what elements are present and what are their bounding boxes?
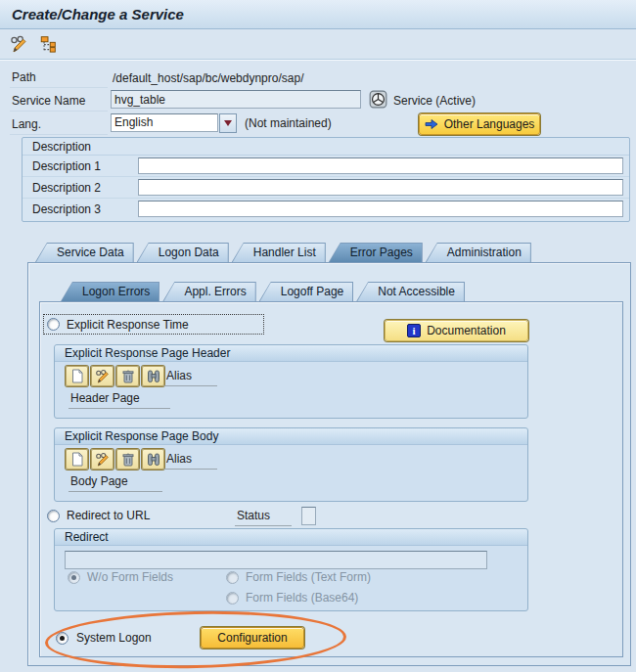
path-value: /default_host/sap/bc/webdynpro/sap/: [113, 71, 303, 85]
description-1-input[interactable]: [138, 157, 623, 174]
form-fields-base64-option[interactable]: Form Fields (Base64): [226, 591, 358, 605]
redirect-group-title: Redirect: [55, 529, 527, 546]
configuration-button[interactable]: Configuration: [201, 627, 304, 649]
system-logon-radio[interactable]: [56, 632, 68, 645]
other-languages-button[interactable]: Other Languages: [419, 113, 540, 135]
header-alias-field[interactable]: Alias: [164, 369, 217, 386]
description-2-label: Description 2: [32, 181, 101, 195]
change-icon[interactable]: [91, 366, 114, 386]
documentation-label: Documentation: [427, 324, 506, 337]
page-body-toolbar: [66, 449, 167, 470]
path-label: Path: [10, 68, 108, 88]
create-icon[interactable]: [66, 366, 88, 386]
documentation-button[interactable]: i Documentation: [385, 320, 528, 341]
display-change-icon[interactable]: [9, 34, 28, 54]
description-1-label: Description 1: [32, 159, 101, 173]
description-2-input[interactable]: [138, 179, 623, 196]
status-label: Status: [235, 509, 292, 526]
configuration-label: Configuration: [217, 631, 287, 645]
description-group: Description Description 1 Description 2 …: [22, 137, 630, 222]
arrow-right-icon: [425, 118, 438, 130]
info-icon: i: [407, 324, 421, 337]
description-3-label: Description 3: [32, 202, 101, 216]
language-note: (Not maintained): [245, 116, 332, 130]
svg-text:i: i: [413, 325, 416, 336]
redirect-to-url-option[interactable]: Redirect to URL: [47, 509, 150, 522]
subtab-appl-errors[interactable]: Appl. Errors: [162, 282, 255, 301]
explicit-response-time-radio[interactable]: [47, 318, 60, 331]
chevron-down-icon: [224, 120, 232, 126]
wo-form-fields-radio[interactable]: [68, 571, 80, 584]
language-dropdown-button[interactable]: [219, 113, 237, 133]
header-page-field[interactable]: Header Page: [68, 391, 170, 409]
form-fields-base64-radio[interactable]: [226, 592, 239, 605]
explicit-response-time-label: Explicit Response Time: [67, 318, 189, 332]
delete-icon[interactable]: [116, 366, 139, 386]
other-languages-label: Other Languages: [444, 117, 535, 131]
form-fields-text-radio[interactable]: [226, 571, 239, 584]
subtab-not-accessible[interactable]: Not Accessible: [356, 282, 465, 301]
create-icon[interactable]: [66, 449, 88, 470]
create-change-service-window: Create/Change a Service Path /de: [0, 0, 636, 672]
redirect-to-url-label: Redirect to URL: [67, 509, 150, 522]
hierarchy-icon[interactable]: [38, 34, 58, 54]
body-alias-field[interactable]: Alias: [164, 452, 217, 470]
title-bar: Create/Change a Service: [0, 0, 636, 29]
form-fields-base64-label: Form Fields (Base64): [246, 591, 358, 605]
subtab-logoff-page[interactable]: Logoff Page: [259, 282, 354, 301]
find-icon[interactable]: [142, 449, 164, 470]
service-status-text: Service (Active): [393, 94, 476, 108]
subtab-logon-errors[interactable]: Logon Errors: [61, 282, 159, 301]
redirect-to-url-radio[interactable]: [47, 510, 60, 522]
find-icon[interactable]: [142, 366, 164, 386]
delete-icon[interactable]: [116, 449, 139, 470]
redirect-url-input[interactable]: [65, 551, 487, 569]
page-title: Create/Change a Service: [12, 6, 184, 22]
service-name-label: Service Name: [10, 92, 108, 112]
service-name-input[interactable]: [111, 90, 361, 109]
description-group-header: Description: [23, 138, 629, 156]
wo-form-fields-option[interactable]: W/o Form Fields: [68, 570, 173, 584]
system-logon-label: System Logon: [76, 631, 152, 645]
error-pages-sub-tab-strip: Logon Errors Appl. Errors Logoff Page No…: [61, 282, 468, 301]
status-input[interactable]: [301, 507, 316, 525]
tab-service-data[interactable]: Service Data: [35, 243, 134, 262]
application-toolbar: [0, 29, 636, 60]
change-icon[interactable]: [91, 449, 114, 470]
form-fields-text-option[interactable]: Form Fields (Text Form): [226, 570, 371, 584]
system-logon-option[interactable]: System Logon: [56, 631, 152, 645]
tab-administration[interactable]: Administration: [426, 243, 531, 262]
main-tab-strip: Service Data Logon Data Handler List Err…: [35, 243, 534, 262]
tab-handler-list[interactable]: Handler List: [232, 243, 326, 262]
description-3-input[interactable]: [138, 201, 623, 217]
page-body-group-title: Explicit Response Page Body: [55, 428, 527, 445]
tab-error-pages[interactable]: Error Pages: [329, 243, 423, 262]
service-icon: [369, 90, 387, 112]
page-header-toolbar: [66, 366, 167, 386]
language-label: Lang.: [10, 115, 108, 135]
language-select[interactable]: English: [111, 113, 218, 132]
wo-form-fields-label: W/o Form Fields: [87, 570, 173, 584]
form-fields-text-label: Form Fields (Text Form): [246, 570, 371, 584]
explicit-response-time-option[interactable]: Explicit Response Time: [43, 314, 264, 335]
body-page-field[interactable]: Body Page: [68, 474, 162, 492]
tab-logon-data[interactable]: Logon Data: [137, 243, 229, 262]
page-header-group-title: Explicit Response Page Header: [55, 345, 527, 362]
